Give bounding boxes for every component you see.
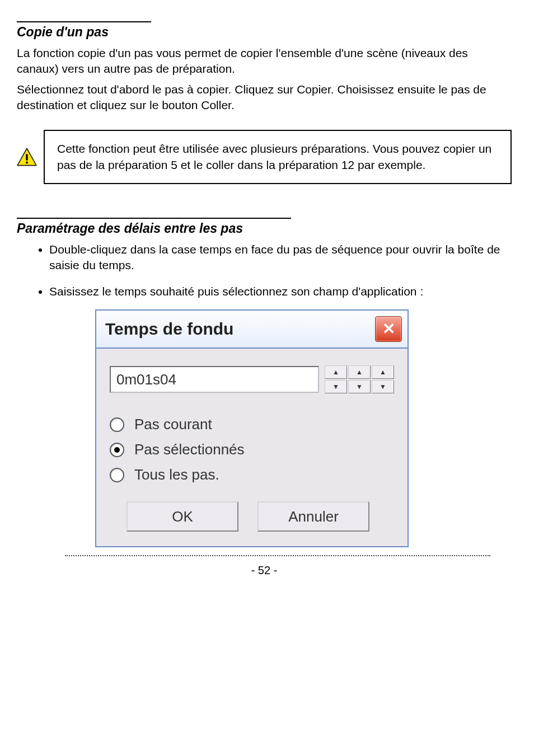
radio-icon xyxy=(110,468,124,482)
svg-rect-1 xyxy=(26,154,27,160)
radio-current-step[interactable]: Pas courant xyxy=(110,416,394,433)
radio-dot-icon xyxy=(114,447,120,453)
time-input[interactable] xyxy=(110,366,319,393)
radio-label-current: Pas courant xyxy=(134,416,212,433)
warning-row: Cette fonction peut être utilisée avec p… xyxy=(17,130,512,184)
fade-time-dialog: Temps de fondu ✕ ▲ ▲ ▲ ▼ ▼ ▼ xyxy=(95,309,409,547)
document-page: Copie d'un pas La fonction copie d'un pa… xyxy=(0,21,534,599)
svg-rect-2 xyxy=(26,162,27,163)
radio-group-scope: Pas courant Pas sélectionnés Tous les pa… xyxy=(110,416,394,483)
close-icon: ✕ xyxy=(382,321,395,337)
dialog-screenshot: Temps de fondu ✕ ▲ ▲ ▲ ▼ ▼ ▼ xyxy=(95,309,409,547)
dialog-title: Temps de fondu xyxy=(105,320,233,339)
radio-label-selected: Pas sélectionnés xyxy=(134,441,245,458)
section1-paragraph-1: La fonction copie d'un pas vous permet d… xyxy=(17,45,512,77)
radio-icon xyxy=(110,417,124,432)
spin-sec-up[interactable]: ▲ xyxy=(348,365,371,379)
section-title-rule-2 xyxy=(17,218,291,219)
section-title-copy-step: Copie d'un pas xyxy=(17,25,512,40)
bullet-item-1: Double-cliquez dans la case temps en fac… xyxy=(49,242,512,274)
spin-min-up[interactable]: ▲ xyxy=(325,365,347,379)
radio-icon xyxy=(110,443,124,457)
section-title-rule-1 xyxy=(17,21,151,22)
warning-box: Cette fonction peut être utilisée avec p… xyxy=(44,130,512,184)
radio-all-steps[interactable]: Tous les pas. xyxy=(110,466,394,483)
bullet-item-2: Saisissez le temps souhaité puis sélecti… xyxy=(49,284,512,299)
page-number: - 52 - xyxy=(17,564,512,577)
cancel-button[interactable]: Annuler xyxy=(257,501,369,532)
radio-label-all: Tous les pas. xyxy=(134,466,219,483)
spin-frame-up[interactable]: ▲ xyxy=(372,365,394,379)
dialog-titlebar[interactable]: Temps de fondu ✕ xyxy=(96,311,407,349)
section-title-delays: Paramétrage des délais entre les pas xyxy=(17,221,512,236)
warning-icon xyxy=(17,147,37,167)
page-footer-rule xyxy=(65,555,490,556)
time-input-row: ▲ ▲ ▲ ▼ ▼ ▼ xyxy=(110,365,394,393)
spin-sec-down[interactable]: ▼ xyxy=(348,380,371,393)
close-button[interactable]: ✕ xyxy=(375,316,402,342)
section1-paragraph-2: Sélectionnez tout d'abord le pas à copie… xyxy=(17,82,512,114)
ok-button[interactable]: OK xyxy=(127,501,238,532)
spin-frame-down[interactable]: ▼ xyxy=(372,380,394,393)
spin-min-down[interactable]: ▼ xyxy=(325,380,347,393)
time-spinners: ▲ ▲ ▲ ▼ ▼ ▼ xyxy=(325,365,394,393)
dialog-button-row: OK Annuler xyxy=(110,501,394,532)
bullet-list: Double-cliquez dans la case temps en fac… xyxy=(17,242,512,299)
dialog-body: ▲ ▲ ▲ ▼ ▼ ▼ Pas courant Pas xyxy=(96,349,407,546)
radio-selected-steps[interactable]: Pas sélectionnés xyxy=(110,441,394,458)
